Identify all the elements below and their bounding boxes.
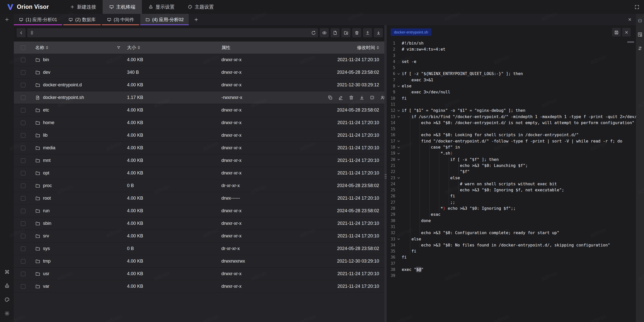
row-checkbox[interactable] <box>21 246 25 251</box>
row-checkbox[interactable] <box>21 108 25 113</box>
sort-arrows-icon[interactable] <box>46 46 48 49</box>
file-row-run[interactable]: run4.00 KBdrwxr-xr-x2024-05-28 23:58:02 <box>14 205 384 217</box>
fullscreen-icon[interactable] <box>634 5 639 10</box>
new-tab-button[interactable] <box>192 14 200 25</box>
fold-arrow-icon[interactable] <box>395 85 402 88</box>
row-checkbox[interactable] <box>21 272 25 276</box>
back-button[interactable] <box>17 28 26 37</box>
rail-new-button[interactable] <box>4 16 10 22</box>
file-attr: drwxr-xr-x <box>221 120 304 125</box>
nav-item-host-terminal[interactable]: 主机终端 <box>103 0 142 14</box>
trash-icon[interactable] <box>349 95 354 100</box>
refresh-button[interactable] <box>309 28 318 37</box>
path-input[interactable] <box>27 28 310 37</box>
fold-arrow-icon[interactable] <box>395 237 402 241</box>
pencil-icon[interactable] <box>338 95 343 100</box>
editor-file-tab[interactable]: docker-entrypoint.sh <box>391 28 431 36</box>
nav-item-display-settings[interactable]: 显示设置 <box>142 0 181 14</box>
new-folder-button[interactable] <box>341 28 350 37</box>
users-icon[interactable] <box>380 95 384 100</box>
row-checkbox[interactable] <box>21 133 25 138</box>
tab-app-analysis-02[interactable]: (4) 应用-分析02 <box>140 14 189 25</box>
file-row-bin[interactable]: bin4.00 KBdrwxr-xr-x2021-11-24 17:20:10 <box>14 54 384 66</box>
fold-arrow-icon[interactable] <box>395 72 402 76</box>
row-checkbox[interactable] <box>21 221 25 226</box>
fold-arrow-icon[interactable] <box>395 176 402 180</box>
brand[interactable]: Orion Visor <box>0 3 49 11</box>
column-header-1[interactable]: 名称 <box>35 45 127 51</box>
file-row-root[interactable]: root4.00 KBdrwx------2021-11-24 17:20:10 <box>14 192 384 205</box>
fold-arrow-icon[interactable] <box>395 109 402 112</box>
file-row-docker-entrypoint.d[interactable]: docker-entrypoint.d4.00 KBdrwxr-xr-x2021… <box>14 79 384 91</box>
row-checkbox[interactable] <box>21 234 25 238</box>
rail-settings-button[interactable] <box>4 310 10 316</box>
tab-database[interactable]: (2) 数据库 <box>63 14 101 25</box>
fold-arrow-icon[interactable] <box>395 146 402 149</box>
file-row-srv[interactable]: srv4.00 KBdrwxr-xr-x2021-11-24 17:20:10 <box>14 230 384 242</box>
row-checkbox[interactable] <box>21 196 25 201</box>
fold-arrow-icon[interactable] <box>395 158 402 161</box>
strip-transfer-list-button[interactable] <box>636 45 644 52</box>
file-row-sbin[interactable]: sbin4.00 KBdrwxr-xr-x2021-11-24 17:20:10 <box>14 217 384 230</box>
file-row-docker-entrypoint.sh[interactable]: docker-entrypoint.sh1.17 KB-rwxrwxr-x <box>14 91 384 104</box>
file-row-opt[interactable]: opt4.00 KBdrwxr-xr-x2021-11-24 17:20:10 <box>14 167 384 180</box>
close-tabs-icon[interactable] <box>628 14 632 25</box>
delete-button[interactable] <box>352 28 361 37</box>
row-checkbox[interactable] <box>21 146 25 150</box>
select-all-checkbox[interactable] <box>21 45 25 50</box>
row-checkbox[interactable] <box>21 284 25 289</box>
row-checkbox[interactable] <box>21 121 25 125</box>
row-checkbox[interactable] <box>21 171 25 175</box>
row-checkbox[interactable] <box>21 70 25 75</box>
row-checkbox[interactable] <box>21 158 25 163</box>
file-row-tmp[interactable]: tmp4.00 KBdrwxrwxrwx2021-12-30 03:29:10 <box>14 255 384 268</box>
panel-splitter[interactable] <box>384 25 387 322</box>
file-row-media[interactable]: media4.00 KBdrwxr-xr-x2021-11-24 17:20:1… <box>14 142 384 154</box>
code-editor[interactable]: 1#!/bin/sh2# vim:sw=4:ts=4:et34set -e56i… <box>387 40 636 322</box>
file-row-dev[interactable]: dev340 Bdrwxr-xr-x2024-05-28 23:58:02 <box>14 66 384 79</box>
column-header-3[interactable]: 属性 <box>221 45 304 51</box>
editor-scrollbar[interactable] <box>627 41 634 43</box>
file-row-etc[interactable]: etc4.00 KBdrwxr-xr-x2024-05-28 23:58:02 <box>14 104 384 117</box>
editor-close-button[interactable] <box>622 28 631 37</box>
row-checkbox[interactable] <box>21 209 25 213</box>
row-checkbox[interactable] <box>21 184 25 188</box>
sort-arrows-icon[interactable] <box>138 46 140 49</box>
row-checkbox[interactable] <box>21 95 25 100</box>
fold-arrow-icon[interactable] <box>395 152 402 155</box>
rail-command-button[interactable] <box>4 269 10 275</box>
sort-arrows-icon[interactable] <box>377 46 379 49</box>
save-button[interactable] <box>612 28 621 37</box>
nav-item-theme-settings[interactable]: 主题设置 <box>181 0 220 14</box>
row-checkbox[interactable] <box>21 259 25 264</box>
preview-button[interactable] <box>320 28 329 37</box>
fold-arrow-icon[interactable] <box>395 115 402 118</box>
rail-display-button[interactable] <box>4 283 10 289</box>
strip-script-doc-button[interactable] <box>636 31 644 38</box>
new-file-button[interactable] <box>331 28 340 37</box>
rail-theme-button[interactable] <box>4 297 10 303</box>
upload-button[interactable] <box>363 28 372 37</box>
file-row-sys[interactable]: sys0 Bdr-xr-xr-x2024-05-28 23:58:02 <box>14 242 384 255</box>
fold-arrow-icon[interactable] <box>395 139 402 143</box>
file-row-proc[interactable]: proc0 Bdr-xr-xr-x2024-05-28 23:58:02 <box>14 180 384 192</box>
file-row-usr[interactable]: usr4.00 KBdrwxr-xr-x2021-11-24 17:20:10 <box>14 268 384 280</box>
file-row-home[interactable]: home4.00 KBdrwxr-xr-x2021-11-24 17:20:10 <box>14 117 384 129</box>
splitter-grip-icon[interactable] <box>385 174 386 179</box>
download-button[interactable] <box>374 28 383 37</box>
row-checkbox[interactable] <box>21 58 25 62</box>
tab-app-analysis-01[interactable]: (1) 应用-分析01 <box>14 14 62 25</box>
move-icon[interactable] <box>370 95 375 100</box>
tab-middleware[interactable]: (3) 中间件 <box>102 14 139 25</box>
nav-item-new-connection[interactable]: 新建连接 <box>63 0 103 14</box>
row-checkbox[interactable] <box>21 83 25 87</box>
file-row-var[interactable]: var4.00 KBdrwxr-xr-x2021-11-24 17:20:10 <box>14 280 384 293</box>
column-header-2[interactable]: 大小 <box>127 45 221 51</box>
file-row-lib[interactable]: lib4.00 KBdrwxr-xr-x2021-11-24 17:20:10 <box>14 129 384 142</box>
strip-snippets-button[interactable]: {} <box>636 17 644 24</box>
download-icon[interactable] <box>359 95 365 100</box>
file-row-mnt[interactable]: mnt4.00 KBdrwxr-xr-x2021-11-24 17:20:10 <box>14 154 384 167</box>
funnel-icon[interactable] <box>116 46 121 50</box>
copy-icon[interactable] <box>328 95 333 100</box>
column-header-4[interactable]: 修改时间 <box>304 45 379 51</box>
